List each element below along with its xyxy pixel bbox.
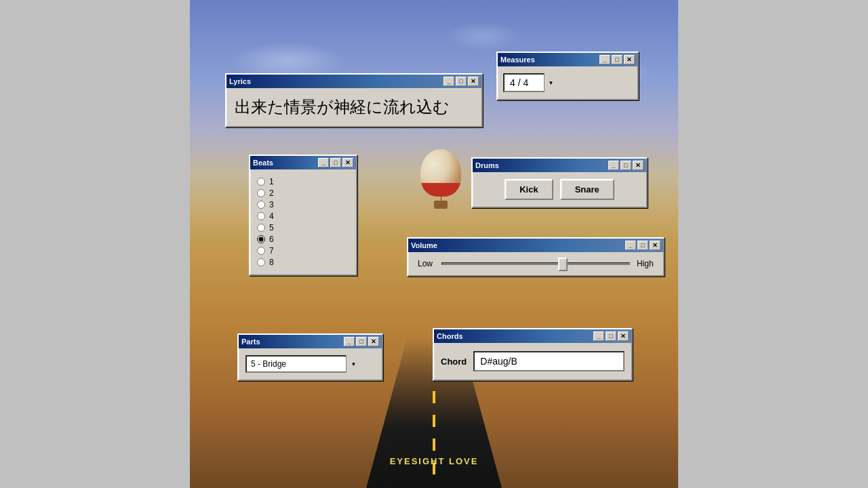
- beats-option-5[interactable]: 5: [257, 223, 349, 232]
- lyrics-controls: _ □ ✕: [443, 77, 479, 86]
- beats-option-3[interactable]: 3: [257, 200, 349, 209]
- beats-option-2[interactable]: 2: [257, 188, 349, 198]
- beats-option-6[interactable]: 6: [257, 235, 349, 244]
- beats-option-8[interactable]: 8: [257, 258, 349, 267]
- chords-titlebar[interactable]: Chords _ □ ✕: [434, 329, 631, 343]
- measures-dropdown-arrow[interactable]: ▼: [544, 73, 557, 92]
- parts-content: 5 - Bridge ▼: [239, 348, 382, 380]
- lyrics-titlebar[interactable]: Lyrics _ □ ✕: [226, 75, 481, 88]
- lyrics-title: Lyrics: [229, 77, 251, 85]
- beats-radio-group: 1 2 3 4 5 6 7 8: [250, 169, 356, 274]
- beats-radio-8[interactable]: [257, 258, 265, 266]
- chord-input[interactable]: [473, 351, 625, 371]
- beats-label-7: 7: [269, 246, 274, 256]
- measures-close-btn[interactable]: ✕: [624, 55, 635, 64]
- parts-dropdown-arrow[interactable]: ▼: [346, 355, 361, 373]
- lyrics-text: 出来た情景が神経に流れ込む: [226, 88, 481, 126]
- balloon-basket: [434, 201, 448, 209]
- beats-radio-2[interactable]: [257, 189, 265, 197]
- drums-close-btn[interactable]: ✕: [633, 161, 644, 170]
- drums-title: Drums: [475, 161, 499, 169]
- hot-air-balloon: [420, 149, 461, 209]
- parts-selected-value: 5 - Bridge: [245, 355, 361, 373]
- chords-title: Chords: [437, 332, 463, 340]
- lyrics-minimize-btn[interactable]: _: [443, 77, 454, 86]
- parts-maximize-btn[interactable]: □: [356, 337, 367, 346]
- side-panel-right: [678, 0, 868, 488]
- chords-maximize-btn[interactable]: □: [606, 331, 616, 341]
- beats-window: Beats _ □ ✕ 1 2 3 4 5 6 7 8: [249, 155, 357, 276]
- volume-titlebar[interactable]: Volume _ □ ✕: [408, 239, 663, 252]
- volume-content: Low High: [408, 252, 663, 275]
- chords-controls: _ □ ✕: [593, 331, 629, 341]
- parts-controls: _ □ ✕: [344, 337, 379, 346]
- beats-radio-1[interactable]: [257, 178, 265, 186]
- parts-titlebar[interactable]: Parts _ □ ✕: [239, 335, 382, 348]
- chords-close-btn[interactable]: ✕: [618, 331, 629, 341]
- chord-label: Chord: [441, 357, 467, 367]
- measures-maximize-btn[interactable]: □: [612, 55, 623, 64]
- drums-titlebar[interactable]: Drums _ □ ✕: [473, 159, 646, 172]
- beats-option-1[interactable]: 1: [257, 177, 349, 186]
- beats-controls: _ □ ✕: [318, 158, 353, 167]
- beats-label-2: 2: [269, 188, 274, 198]
- balloon-body: [420, 149, 461, 197]
- beats-radio-3[interactable]: [257, 201, 265, 209]
- volume-low-label: Low: [418, 259, 435, 268]
- drums-content: Kick Snare: [473, 172, 646, 207]
- measures-minimize-btn[interactable]: _: [599, 55, 610, 64]
- main-scene: Lyrics _ □ ✕ 出来た情景が神経に流れ込む Measures _ □ …: [190, 0, 678, 488]
- volume-close-btn[interactable]: ✕: [650, 241, 660, 250]
- measures-controls: _ □ ✕: [599, 55, 635, 64]
- beats-label-8: 8: [269, 258, 274, 267]
- volume-slider-track[interactable]: [441, 262, 630, 265]
- beats-label-3: 3: [269, 200, 274, 209]
- drums-window: Drums _ □ ✕ Kick Snare: [471, 157, 648, 208]
- beats-close-btn[interactable]: ✕: [342, 158, 353, 167]
- volume-title: Volume: [411, 241, 437, 249]
- measures-content: 4 / 4 ▼: [498, 66, 637, 99]
- beats-option-4[interactable]: 4: [257, 211, 349, 221]
- measures-window: Measures _ □ ✕ 4 / 4 ▼: [496, 52, 639, 100]
- bottom-text: EYESIGHT LOVE: [390, 456, 479, 466]
- measures-titlebar[interactable]: Measures _ □ ✕: [498, 53, 637, 66]
- volume-slider-thumb[interactable]: [558, 258, 568, 271]
- chords-window: Chords _ □ ✕ Chord: [433, 328, 633, 381]
- lyrics-close-btn[interactable]: ✕: [468, 77, 479, 86]
- kick-button[interactable]: Kick: [505, 179, 553, 200]
- volume-maximize-btn[interactable]: □: [637, 241, 648, 250]
- chords-minimize-btn[interactable]: _: [593, 331, 604, 341]
- measures-title: Measures: [500, 56, 535, 64]
- beats-maximize-btn[interactable]: □: [330, 158, 341, 167]
- parts-minimize-btn[interactable]: _: [344, 337, 355, 346]
- parts-title: Parts: [241, 338, 260, 346]
- side-panel-left: [0, 0, 190, 488]
- chords-content: Chord: [434, 343, 631, 380]
- drums-maximize-btn[interactable]: □: [620, 161, 631, 170]
- volume-controls: _ □ ✕: [625, 241, 660, 250]
- volume-minimize-btn[interactable]: _: [625, 241, 636, 250]
- parts-dropdown-wrapper[interactable]: 5 - Bridge ▼: [245, 355, 361, 373]
- volume-window: Volume _ □ ✕ Low High: [407, 237, 665, 277]
- beats-radio-5[interactable]: [257, 224, 265, 232]
- parts-window: Parts _ □ ✕ 5 - Bridge ▼: [237, 333, 383, 381]
- lyrics-maximize-btn[interactable]: □: [456, 77, 467, 86]
- beats-title: Beats: [253, 159, 273, 167]
- snare-button[interactable]: Snare: [560, 179, 614, 200]
- beats-radio-4[interactable]: [257, 212, 265, 220]
- drums-controls: _ □ ✕: [608, 161, 644, 170]
- beats-radio-6[interactable]: [257, 235, 265, 243]
- beats-label-6: 6: [269, 235, 274, 244]
- beats-label-1: 1: [269, 177, 274, 186]
- measures-dropdown-wrapper[interactable]: 4 / 4 ▼: [503, 73, 557, 92]
- beats-label-5: 5: [269, 223, 274, 232]
- volume-high-label: High: [637, 259, 654, 268]
- beats-option-7[interactable]: 7: [257, 246, 349, 256]
- beats-titlebar[interactable]: Beats _ □ ✕: [250, 156, 356, 169]
- beats-label-4: 4: [269, 211, 274, 221]
- beats-radio-7[interactable]: [257, 247, 265, 255]
- beats-minimize-btn[interactable]: _: [318, 158, 329, 167]
- parts-close-btn[interactable]: ✕: [368, 337, 379, 346]
- drums-minimize-btn[interactable]: _: [608, 161, 619, 170]
- balloon-stripe: [420, 183, 461, 197]
